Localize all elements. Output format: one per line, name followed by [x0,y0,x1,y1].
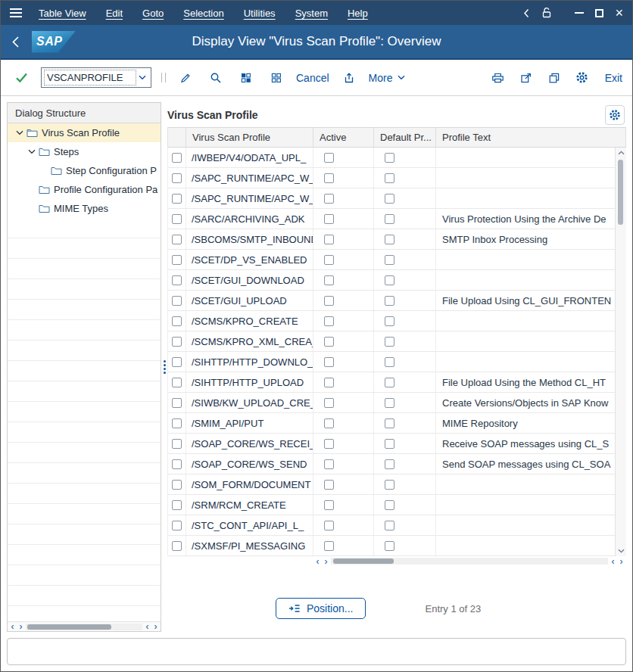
table-settings-button[interactable] [605,105,625,125]
dropdown-chevron-icon[interactable] [135,75,148,80]
default-profile-checkbox[interactable] [385,316,394,326]
default-profile-checkbox[interactable] [385,521,394,530]
active-checkbox[interactable] [324,296,334,306]
more-button[interactable]: More [369,72,405,84]
row-select-checkbox[interactable] [172,296,182,306]
active-checkbox[interactable] [324,480,334,490]
row-select-checkbox[interactable] [172,521,182,530]
default-profile-checkbox[interactable] [385,296,394,306]
command-input[interactable] [45,71,135,84]
active-checkbox[interactable] [324,255,334,265]
table-row[interactable]: /SCMS/KPRO_CREATE [167,311,626,331]
profile-name-cell[interactable]: /SIHTTP/HTTP_DOWNLO_ [186,352,313,372]
scrollbar-thumb[interactable] [618,160,623,225]
table-row[interactable]: /SOAP_CORE/WS_RECEI_Receive SOAP message… [167,434,626,454]
active-checkbox[interactable] [324,378,334,387]
default-profile-checkbox[interactable] [385,500,394,510]
maximize-icon[interactable] [595,9,603,17]
profile-name-cell[interactable]: /SCMS/KPRO_CREATE [186,311,313,331]
panel-splitter[interactable] [161,102,167,632]
find-icon[interactable] [205,67,226,89]
table-row[interactable]: /SCET/DP_VS_ENABLED [167,250,626,270]
table-row[interactable]: /SCET/GUI_DOWNLOAD [167,270,626,291]
default-profile-checkbox[interactable] [385,480,394,490]
default-profile-checkbox[interactable] [385,459,394,469]
back-chevron-icon[interactable] [11,36,20,48]
row-select-checkbox[interactable] [172,235,182,244]
row-select-checkbox[interactable] [172,378,182,387]
active-checkbox[interactable] [324,214,334,224]
profile-name-cell[interactable]: /SRM/RCM_CREATE [186,495,313,515]
scroll-left-icon[interactable]: ‹ [609,557,617,566]
column-header-default[interactable]: Default Pr... [374,128,436,147]
profile-name-cell[interactable]: /SAPC_RUNTIME/APC_W_ [186,168,313,188]
new-window-icon[interactable] [516,67,537,89]
default-profile-checkbox[interactable] [385,541,394,551]
profile-name-cell[interactable]: /SOM_FORM/DOCUMENT [186,474,313,494]
continue-check-icon[interactable] [11,67,32,89]
profile-name-cell[interactable]: /SIWB/KW_UPLOAD_CRE_ [186,393,313,412]
column-header-active[interactable]: Active [313,128,374,147]
deselect-all-icon[interactable] [266,67,287,89]
row-select-checkbox[interactable] [172,173,182,183]
default-profile-checkbox[interactable] [385,255,394,265]
scrollbar-thumb[interactable] [333,558,394,564]
scroll-left-icon[interactable]: ‹ [143,622,151,631]
row-select-checkbox[interactable] [172,316,182,326]
table-row[interactable]: /SAPC_RUNTIME/APC_W_ [167,188,626,209]
default-profile-checkbox[interactable] [385,337,394,347]
row-select-checkbox[interactable] [172,500,182,510]
tree-item-virus-scan-profile[interactable]: Virus Scan Profile [8,123,161,142]
scroll-right-icon[interactable]: › [17,622,25,631]
exit-button[interactable]: Exit [605,72,622,84]
close-icon[interactable]: × [615,6,623,20]
row-select-checkbox[interactable] [172,337,182,347]
default-profile-checkbox[interactable] [385,378,394,387]
profile-name-cell[interactable]: /SAPC_RUNTIME/APC_W_ [186,188,313,208]
row-select-checkbox[interactable] [172,214,182,224]
default-profile-checkbox[interactable] [385,275,394,285]
table-row[interactable]: /SOM_FORM/DOCUMENT [167,474,626,495]
table-row[interactable]: /SMIM_API/PUTMIME Repository [167,413,626,434]
table-row[interactable]: /SIHTTP/HTTP_UPLOADFile Upload Using the… [167,372,626,393]
menu-edit[interactable]: Edit [106,8,123,19]
default-profile-checkbox[interactable] [385,235,394,244]
cancel-button[interactable]: Cancel [296,72,329,84]
table-row[interactable]: /SIWB/KW_UPLOAD_CRE_Create Versions/Obje… [167,393,626,413]
default-profile-checkbox[interactable] [385,153,394,163]
menu-goto[interactable]: Goto [142,8,164,19]
scroll-right-icon[interactable]: › [322,557,330,566]
tree-item-mime-types[interactable]: MIME Types [8,199,161,218]
scroll-left-icon[interactable]: ‹ [313,557,322,566]
profile-name-cell[interactable]: /SCET/GUI_UPLOAD [186,291,313,310]
table-row[interactable]: /SBCOMS/SMTP_INBOUNDSMTP Inbox Processin… [167,229,626,250]
profile-name-cell[interactable]: /SARC/ARCHIVING_ADK [186,209,313,229]
active-checkbox[interactable] [324,357,334,367]
table-row[interactable]: /SIHTTP/HTTP_DOWNLO_ [167,352,626,372]
expander-chevron-icon[interactable] [14,130,25,135]
table-row[interactable]: /STC_CONT_API/API_L_ [167,515,626,536]
scrollbar-track[interactable] [331,558,608,565]
active-checkbox[interactable] [324,337,334,347]
row-select-checkbox[interactable] [172,255,182,265]
scroll-up-icon[interactable] [616,148,626,158]
profile-name-cell[interactable]: /SCET/DP_VS_ENABLED [186,250,313,269]
select-all-icon[interactable] [235,67,257,89]
menu-table-view[interactable]: Table View [39,8,86,19]
table-row[interactable]: /SCET/GUI_UPLOADFile Upload Using CL_GUI… [167,291,626,311]
minimize-icon[interactable] [575,12,584,14]
scrollbar-track[interactable] [26,624,142,630]
profile-name-cell[interactable]: /SXMSF/PI_MESSAGING [186,536,313,555]
default-profile-checkbox[interactable] [385,194,394,204]
row-select-checkbox[interactable] [172,357,182,367]
menu-selection[interactable]: Selection [183,8,223,19]
active-checkbox[interactable] [324,173,334,183]
row-select-checkbox[interactable] [172,194,182,204]
upload-icon[interactable] [338,67,360,89]
display-change-icon[interactable] [175,67,196,89]
unlock-icon[interactable] [541,7,552,19]
active-checkbox[interactable] [324,235,334,244]
splitter-grip-icon[interactable] [164,360,166,374]
popout-icon[interactable] [544,67,565,89]
default-profile-checkbox[interactable] [385,398,394,408]
